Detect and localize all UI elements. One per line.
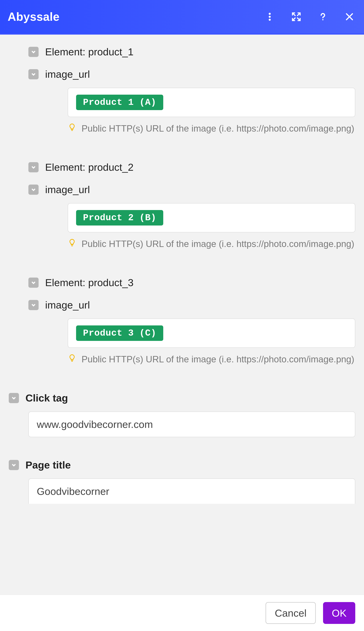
element-product-1: Element: product_1 image_url Product 1 (… [9, 46, 355, 136]
hint-text: Public HTTP(s) URL of the image (i.e. ht… [82, 237, 354, 251]
param-label: image_url [45, 68, 90, 80]
modal-body: Element: product_1 image_url Product 1 (… [0, 34, 364, 631]
collapse-toggle[interactable] [28, 300, 38, 310]
element-product-2: Element: product_2 image_url Product 2 (… [9, 161, 355, 251]
click-tag-header: Click tag [9, 392, 355, 404]
modal-header: Abyssale [0, 0, 364, 34]
help-icon[interactable] [318, 12, 328, 22]
close-icon[interactable] [344, 12, 354, 22]
element-label: Element: product_3 [45, 277, 134, 288]
param-row: image_url [28, 68, 355, 80]
variable-pill[interactable]: Product 3 (C) [76, 326, 163, 341]
hint-row: Public HTTP(s) URL of the image (i.e. ht… [68, 237, 355, 251]
svg-point-3 [322, 19, 324, 20]
svg-point-2 [269, 19, 271, 21]
ok-button[interactable]: OK [323, 602, 355, 624]
modal-footer: Cancel OK [0, 594, 364, 631]
element-label: Element: product_2 [45, 161, 134, 173]
image-url-field[interactable]: Product 1 (A) [68, 88, 355, 117]
hint-text: Public HTTP(s) URL of the image (i.e. ht… [82, 122, 354, 136]
collapse-toggle[interactable] [9, 393, 19, 403]
svg-point-0 [269, 13, 271, 15]
collapse-toggle[interactable] [28, 162, 38, 172]
collapse-toggle[interactable] [28, 184, 38, 195]
page-title-input[interactable] [37, 486, 347, 497]
element-header-row: Element: product_1 [28, 46, 355, 58]
cancel-button[interactable]: Cancel [266, 602, 316, 624]
param-label: image_url [45, 299, 90, 311]
more-icon[interactable] [265, 12, 275, 22]
hint-row: Public HTTP(s) URL of the image (i.e. ht… [68, 122, 355, 136]
element-label: Element: product_1 [45, 46, 134, 58]
element-product-3: Element: product_3 image_url Product 3 (… [9, 277, 355, 366]
click-tag-label: Click tag [26, 392, 68, 404]
image-url-field[interactable]: Product 2 (B) [68, 203, 355, 232]
variable-pill[interactable]: Product 2 (B) [76, 210, 163, 226]
page-title-header: Page title [9, 459, 355, 471]
expand-icon[interactable] [291, 12, 302, 22]
click-tag-field[interactable] [28, 412, 355, 437]
click-tag-input[interactable] [37, 418, 347, 430]
collapse-toggle[interactable] [28, 278, 38, 288]
lightbulb-icon [68, 354, 76, 362]
page-title-section: Page title [9, 459, 355, 504]
hint-text: Public HTTP(s) URL of the image (i.e. ht… [82, 352, 354, 366]
variable-pill[interactable]: Product 1 (A) [76, 95, 163, 110]
click-tag-section: Click tag [9, 392, 355, 437]
element-header-row: Element: product_2 [28, 161, 355, 173]
modal-title: Abyssale [8, 10, 60, 24]
svg-point-1 [269, 16, 271, 18]
param-label: image_url [45, 184, 90, 196]
collapse-toggle[interactable] [28, 69, 38, 79]
collapse-toggle[interactable] [9, 460, 19, 470]
element-header-row: Element: product_3 [28, 277, 355, 288]
lightbulb-icon [68, 123, 76, 132]
lightbulb-icon [68, 238, 76, 247]
collapse-toggle[interactable] [28, 47, 38, 57]
page-title-label: Page title [26, 459, 71, 471]
header-actions [265, 12, 354, 22]
param-row: image_url [28, 184, 355, 196]
image-url-field[interactable]: Product 3 (C) [68, 318, 355, 348]
hint-row: Public HTTP(s) URL of the image (i.e. ht… [68, 352, 355, 366]
param-row: image_url [28, 299, 355, 311]
page-title-field[interactable] [28, 478, 355, 504]
modal-container: Abyssale Element: product_1 [0, 0, 364, 631]
